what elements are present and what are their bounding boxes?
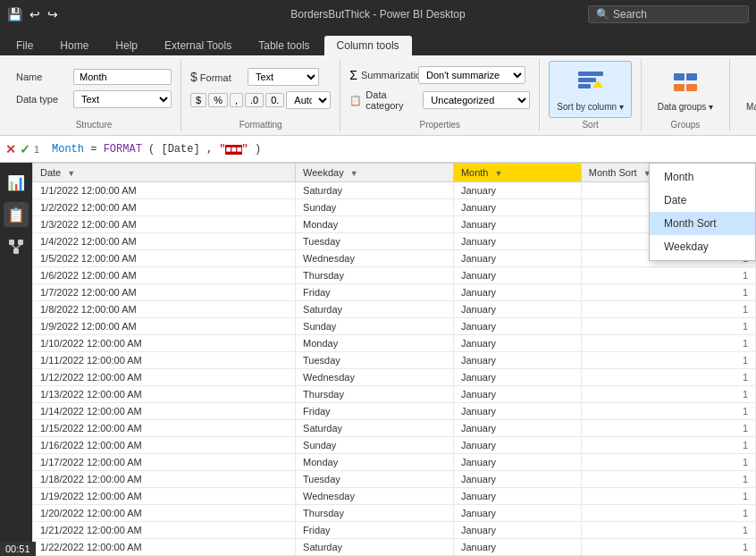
table-row: 1/18/2022 12:00:00 AM Tuesday January 1: [33, 471, 756, 488]
cell-month-sort: 1: [581, 522, 755, 539]
table-row: 1/20/2022 12:00:00 AM Thursday January 1: [33, 505, 756, 522]
col-header-date[interactable]: Date ▼: [33, 164, 296, 182]
dropdown-item-month[interactable]: Month: [650, 165, 755, 189]
cell-month: January: [453, 250, 581, 267]
svg-rect-5: [686, 73, 697, 80]
cell-date: 1/1/2022 12:00:00 AM: [33, 182, 296, 199]
formula-content[interactable]: Month = FORMAT ( [Date] , "■■■" ): [52, 143, 261, 156]
undo-icon[interactable]: ↩: [29, 7, 40, 21]
formatting-fields: $ Format Text $ % , .0 0. Auto: [190, 68, 331, 111]
search-box[interactable]: 🔍 Search: [588, 5, 749, 23]
decimal-inc-btn[interactable]: .0: [245, 93, 264, 107]
manage-relationships-btn[interactable]: Manage relationships: [739, 61, 756, 118]
cell-date: 1/21/2022 12:00:00 AM: [33, 522, 296, 539]
cell-date: 1/13/2022 12:00:00 AM: [33, 386, 296, 403]
cell-date: 1/17/2022 12:00:00 AM: [33, 454, 296, 471]
cell-month-sort: 1: [581, 420, 755, 437]
cell-month: January: [453, 352, 581, 369]
tab-file[interactable]: File: [4, 36, 46, 55]
table-row: 1/19/2022 12:00:00 AM Wednesday January …: [33, 488, 756, 505]
cell-weekday: Thursday: [296, 386, 454, 403]
tab-column-tools[interactable]: Column tools: [324, 36, 412, 55]
svg-rect-14: [18, 240, 23, 245]
svg-rect-7: [686, 84, 697, 91]
dropdown-item-date[interactable]: Date: [650, 189, 755, 212]
decimal-dec-btn[interactable]: 0.: [265, 93, 284, 107]
svg-rect-2: [578, 84, 591, 88]
sidebar-data-icon[interactable]: 📋: [4, 202, 29, 227]
col-header-month[interactable]: Month ▼: [453, 164, 581, 182]
cell-date: 1/18/2022 12:00:00 AM: [33, 471, 296, 488]
table-row: 1/22/2022 12:00:00 AM Saturday January 1: [33, 539, 756, 556]
structure-group-label: Structure: [76, 118, 113, 130]
tab-external-tools[interactable]: External Tools: [152, 36, 244, 55]
svg-rect-4: [674, 73, 685, 80]
cell-weekday: Monday: [296, 216, 454, 233]
formula-cancel-btn[interactable]: ✕: [5, 142, 16, 156]
ribbon-properties-content: Σ Summarization Don't summarize 📋 Data c…: [349, 61, 530, 118]
redo-icon[interactable]: ↪: [47, 7, 58, 21]
svg-line-16: [12, 245, 16, 249]
cell-weekday: Tuesday: [296, 471, 454, 488]
data-table: Date ▼ Weekday ▼ Month ▼ Month Sort ▼ 1/…: [32, 163, 756, 556]
dropdown-item-month-sort[interactable]: Month Sort: [650, 212, 755, 235]
table-row: 1/16/2022 12:00:00 AM Sunday January 1: [33, 437, 756, 454]
cell-weekday: Wednesday: [296, 488, 454, 505]
cell-weekday: Monday: [296, 454, 454, 471]
formula-var: Month: [52, 143, 84, 156]
data-groups-btn[interactable]: Data groups ▾: [651, 61, 720, 118]
ribbon-tabs: File Home Help External Tools Table tool…: [0, 29, 756, 55]
dropdown-item-weekday[interactable]: Weekday: [650, 235, 755, 258]
cell-weekday: Friday: [296, 284, 454, 301]
auto-select[interactable]: Auto: [286, 91, 331, 109]
tab-home[interactable]: Home: [47, 36, 101, 55]
formula-arg: [Date]: [161, 143, 199, 156]
cell-weekday: Friday: [296, 403, 454, 420]
cell-month: January: [453, 471, 581, 488]
category-icon: 📋: [349, 95, 362, 106]
summarization-select[interactable]: Don't summarize: [418, 66, 525, 84]
cell-month: January: [453, 284, 581, 301]
cell-month: January: [453, 199, 581, 216]
cell-month-sort: 1: [581, 437, 755, 454]
datatype-field-row: Data type Text: [16, 90, 172, 108]
cell-month-sort: 1: [581, 318, 755, 335]
groups-group-label: Groups: [671, 118, 701, 130]
cell-date: 1/10/2022 12:00:00 AM: [33, 335, 296, 352]
table-row: 1/13/2022 12:00:00 AM Thursday January 1: [33, 386, 756, 403]
col-header-weekday[interactable]: Weekday ▼: [296, 164, 454, 182]
save-icon[interactable]: 💾: [7, 7, 22, 21]
format-label: $ Format: [190, 70, 244, 84]
ribbon-group-relationships: Manage relationships Relationships: [730, 59, 756, 131]
data-category-select[interactable]: Uncategorized: [423, 91, 530, 109]
format-select[interactable]: Text: [248, 68, 319, 86]
sort-icon: [576, 68, 605, 100]
table-row: 1/6/2022 12:00:00 AM Thursday January 1: [33, 267, 756, 284]
cell-month: January: [453, 437, 581, 454]
svg-rect-15: [13, 249, 19, 254]
sidebar-report-icon[interactable]: 📊: [4, 170, 29, 195]
cell-weekday: Monday: [296, 335, 454, 352]
tab-table-tools[interactable]: Table tools: [246, 36, 322, 55]
sort-by-column-label: Sort by column ▾: [557, 102, 623, 112]
sort-by-column-btn[interactable]: Sort by column ▾: [549, 61, 631, 118]
currency-btn-row: $ % , .0 0. Auto: [190, 91, 331, 109]
datatype-select[interactable]: Text: [73, 90, 172, 108]
dollar-btn[interactable]: $: [190, 93, 206, 107]
formula-func: FORMAT: [104, 143, 142, 156]
cell-weekday: Saturday: [296, 182, 454, 199]
data-category-label: Data category: [365, 89, 419, 111]
percent-btn[interactable]: %: [208, 93, 228, 107]
tab-help[interactable]: Help: [103, 36, 150, 55]
cell-month-sort: 1: [581, 403, 755, 420]
cell-month: January: [453, 267, 581, 284]
cell-month: January: [453, 403, 581, 420]
cell-month-sort: 1: [581, 335, 755, 352]
table-row: 1/12/2022 12:00:00 AM Wednesday January …: [33, 369, 756, 386]
ribbon-group-properties: Σ Summarization Don't summarize 📋 Data c…: [340, 59, 540, 131]
cell-month-sort: 1: [581, 267, 755, 284]
formula-confirm-btn[interactable]: ✓: [20, 142, 30, 156]
name-input[interactable]: [73, 69, 172, 85]
sidebar-model-icon[interactable]: [4, 234, 29, 259]
comma-btn[interactable]: ,: [230, 93, 243, 107]
